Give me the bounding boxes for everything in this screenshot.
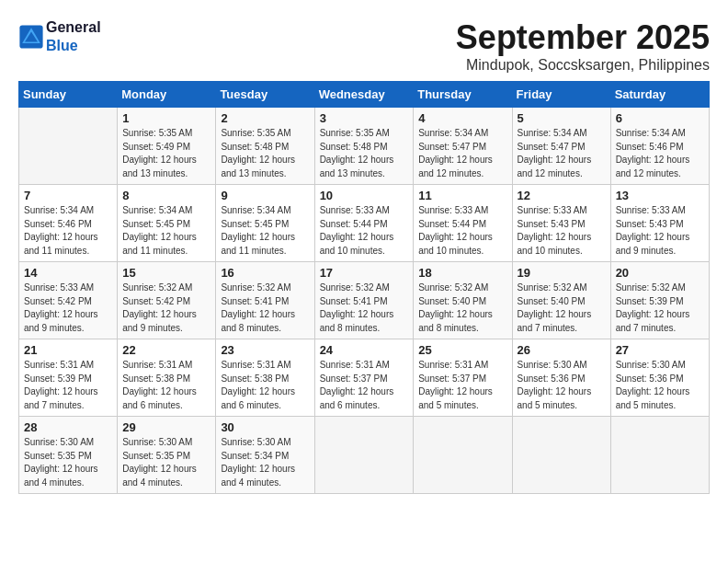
calendar-cell — [414, 417, 512, 494]
day-info: Sunrise: 5:30 AMSunset: 5:35 PMDaylight:… — [24, 436, 112, 489]
day-info: Sunrise: 5:33 AMSunset: 5:42 PMDaylight:… — [24, 282, 112, 335]
day-info: Sunrise: 5:30 AMSunset: 5:35 PMDaylight:… — [122, 436, 210, 489]
calendar-cell: 1Sunrise: 5:35 AMSunset: 5:49 PMDaylight… — [118, 108, 216, 185]
day-header-sunday: Sunday — [19, 82, 118, 108]
day-info: Sunrise: 5:31 AMSunset: 5:38 PMDaylight:… — [122, 359, 210, 412]
day-info: Sunrise: 5:34 AMSunset: 5:46 PMDaylight:… — [616, 127, 704, 180]
calendar-week-5: 28Sunrise: 5:30 AMSunset: 5:35 PMDayligh… — [19, 417, 710, 494]
calendar-cell: 6Sunrise: 5:34 AMSunset: 5:46 PMDaylight… — [610, 108, 709, 185]
calendar-table: SundayMondayTuesdayWednesdayThursdayFrid… — [18, 81, 710, 494]
calendar-cell: 10Sunrise: 5:33 AMSunset: 5:44 PMDayligh… — [314, 185, 414, 262]
day-number: 15 — [122, 266, 210, 280]
calendar-week-2: 7Sunrise: 5:34 AMSunset: 5:46 PMDaylight… — [19, 185, 710, 262]
calendar-cell — [512, 417, 610, 494]
day-header-thursday: Thursday — [414, 82, 512, 108]
day-number: 27 — [616, 343, 704, 357]
calendar-cell: 26Sunrise: 5:30 AMSunset: 5:36 PMDayligh… — [512, 339, 610, 417]
day-info: Sunrise: 5:34 AMSunset: 5:46 PMDaylight:… — [24, 204, 112, 258]
calendar-cell: 20Sunrise: 5:32 AMSunset: 5:39 PMDayligh… — [610, 262, 709, 339]
calendar-cell — [19, 108, 118, 185]
calendar-cell: 30Sunrise: 5:30 AMSunset: 5:34 PMDayligh… — [216, 417, 314, 494]
day-info: Sunrise: 5:32 AMSunset: 5:39 PMDaylight:… — [616, 282, 704, 335]
calendar-cell: 16Sunrise: 5:32 AMSunset: 5:41 PMDayligh… — [216, 262, 314, 339]
calendar-cell: 12Sunrise: 5:33 AMSunset: 5:43 PMDayligh… — [512, 185, 610, 262]
day-info: Sunrise: 5:33 AMSunset: 5:43 PMDaylight:… — [616, 204, 704, 258]
logo: General Blue — [18, 18, 101, 55]
calendar-week-3: 14Sunrise: 5:33 AMSunset: 5:42 PMDayligh… — [19, 262, 710, 339]
day-info: Sunrise: 5:33 AMSunset: 5:43 PMDaylight:… — [518, 204, 606, 258]
day-number: 20 — [616, 266, 704, 280]
day-number: 3 — [320, 111, 409, 125]
calendar-cell — [314, 417, 414, 494]
day-info: Sunrise: 5:32 AMSunset: 5:41 PMDaylight:… — [320, 282, 409, 335]
calendar-cell: 23Sunrise: 5:31 AMSunset: 5:38 PMDayligh… — [216, 339, 314, 417]
day-number: 4 — [418, 111, 506, 125]
calendar-cell: 7Sunrise: 5:34 AMSunset: 5:46 PMDaylight… — [19, 185, 118, 262]
calendar-cell: 21Sunrise: 5:31 AMSunset: 5:39 PMDayligh… — [19, 339, 118, 417]
day-number: 12 — [518, 189, 606, 202]
day-number: 1 — [122, 111, 210, 125]
day-info: Sunrise: 5:31 AMSunset: 5:38 PMDaylight:… — [221, 359, 309, 412]
page-header: General Blue September 2025 Mindupok, So… — [18, 18, 710, 74]
day-info: Sunrise: 5:31 AMSunset: 5:37 PMDaylight:… — [418, 359, 506, 412]
calendar-cell: 29Sunrise: 5:30 AMSunset: 5:35 PMDayligh… — [118, 417, 216, 494]
day-info: Sunrise: 5:34 AMSunset: 5:45 PMDaylight:… — [122, 204, 210, 258]
calendar-cell: 22Sunrise: 5:31 AMSunset: 5:38 PMDayligh… — [118, 339, 216, 417]
day-number: 19 — [518, 266, 606, 280]
day-number: 9 — [221, 189, 309, 202]
day-number: 7 — [24, 189, 112, 202]
day-info: Sunrise: 5:34 AMSunset: 5:47 PMDaylight:… — [518, 127, 606, 180]
calendar-header-row: SundayMondayTuesdayWednesdayThursdayFrid… — [19, 82, 710, 108]
day-number: 25 — [418, 343, 506, 357]
day-number: 23 — [221, 343, 309, 357]
calendar-cell: 25Sunrise: 5:31 AMSunset: 5:37 PMDayligh… — [414, 339, 512, 417]
calendar-cell: 28Sunrise: 5:30 AMSunset: 5:35 PMDayligh… — [19, 417, 118, 494]
calendar-cell: 24Sunrise: 5:31 AMSunset: 5:37 PMDayligh… — [314, 339, 414, 417]
day-info: Sunrise: 5:30 AMSunset: 5:36 PMDaylight:… — [518, 359, 606, 412]
day-info: Sunrise: 5:34 AMSunset: 5:47 PMDaylight:… — [418, 127, 506, 180]
calendar-cell: 27Sunrise: 5:30 AMSunset: 5:36 PMDayligh… — [610, 339, 709, 417]
day-number: 2 — [221, 111, 309, 125]
day-number: 30 — [221, 420, 309, 434]
day-info: Sunrise: 5:35 AMSunset: 5:49 PMDaylight:… — [122, 127, 210, 180]
day-header-wednesday: Wednesday — [314, 82, 414, 108]
day-number: 28 — [24, 420, 112, 434]
day-info: Sunrise: 5:32 AMSunset: 5:42 PMDaylight:… — [122, 282, 210, 335]
calendar-cell: 3Sunrise: 5:35 AMSunset: 5:48 PMDaylight… — [314, 108, 414, 185]
calendar-cell — [610, 417, 709, 494]
day-header-friday: Friday — [512, 82, 610, 108]
calendar-cell: 17Sunrise: 5:32 AMSunset: 5:41 PMDayligh… — [314, 262, 414, 339]
day-number: 29 — [122, 420, 210, 434]
day-number: 11 — [418, 189, 506, 202]
calendar-week-1: 1Sunrise: 5:35 AMSunset: 5:49 PMDaylight… — [19, 108, 710, 185]
day-info: Sunrise: 5:31 AMSunset: 5:39 PMDaylight:… — [24, 359, 112, 412]
calendar-cell: 8Sunrise: 5:34 AMSunset: 5:45 PMDaylight… — [118, 185, 216, 262]
calendar-cell: 5Sunrise: 5:34 AMSunset: 5:47 PMDaylight… — [512, 108, 610, 185]
day-number: 8 — [122, 189, 210, 202]
day-number: 16 — [221, 266, 309, 280]
calendar-cell: 9Sunrise: 5:34 AMSunset: 5:45 PMDaylight… — [216, 185, 314, 262]
logo-general-text: General — [46, 19, 101, 35]
day-info: Sunrise: 5:35 AMSunset: 5:48 PMDaylight:… — [320, 127, 409, 180]
calendar-cell: 14Sunrise: 5:33 AMSunset: 5:42 PMDayligh… — [19, 262, 118, 339]
day-info: Sunrise: 5:32 AMSunset: 5:40 PMDaylight:… — [518, 282, 606, 335]
title-block: September 2025 Mindupok, Soccsksargen, P… — [456, 18, 710, 74]
day-info: Sunrise: 5:30 AMSunset: 5:36 PMDaylight:… — [616, 359, 704, 412]
location-title: Mindupok, Soccsksargen, Philippines — [456, 57, 710, 74]
day-number: 14 — [24, 266, 112, 280]
day-number: 10 — [320, 189, 409, 202]
day-info: Sunrise: 5:34 AMSunset: 5:45 PMDaylight:… — [221, 204, 309, 258]
calendar-cell: 18Sunrise: 5:32 AMSunset: 5:40 PMDayligh… — [414, 262, 512, 339]
calendar-cell: 13Sunrise: 5:33 AMSunset: 5:43 PMDayligh… — [610, 185, 709, 262]
day-number: 17 — [320, 266, 409, 280]
logo-blue-text: Blue — [46, 38, 78, 53]
calendar-cell: 19Sunrise: 5:32 AMSunset: 5:40 PMDayligh… — [512, 262, 610, 339]
month-title: September 2025 — [456, 18, 710, 57]
day-info: Sunrise: 5:33 AMSunset: 5:44 PMDaylight:… — [418, 204, 506, 258]
day-number: 13 — [616, 189, 704, 202]
calendar-body: 1Sunrise: 5:35 AMSunset: 5:49 PMDaylight… — [19, 108, 710, 494]
day-number: 18 — [418, 266, 506, 280]
day-info: Sunrise: 5:33 AMSunset: 5:44 PMDaylight:… — [320, 204, 409, 258]
day-info: Sunrise: 5:32 AMSunset: 5:40 PMDaylight:… — [418, 282, 506, 335]
day-number: 24 — [320, 343, 409, 357]
